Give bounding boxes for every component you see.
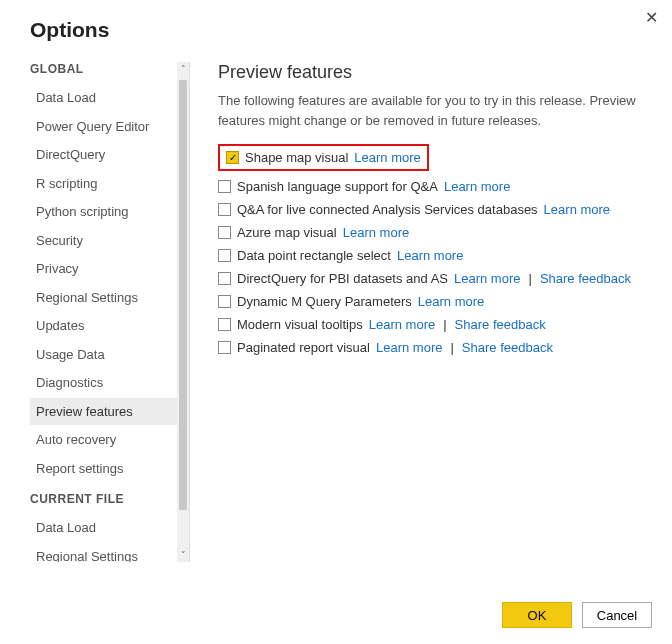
sidebar-item[interactable]: Data Load	[30, 514, 177, 542]
learn-more-link[interactable]: Learn more	[376, 340, 442, 355]
feature-label: DirectQuery for PBI datasets and AS	[237, 271, 448, 286]
sidebar-scrollbar[interactable]: ˄ ˅	[177, 62, 189, 562]
sidebar: GLOBALData LoadPower Query EditorDirectQ…	[30, 62, 177, 562]
cancel-button[interactable]: Cancel	[582, 602, 652, 628]
main-panel: Preview features The following features …	[190, 62, 652, 562]
sidebar-container: GLOBALData LoadPower Query EditorDirectQ…	[30, 62, 190, 562]
sidebar-item[interactable]: Updates	[30, 312, 177, 340]
sidebar-item[interactable]: Power Query Editor	[30, 113, 177, 141]
learn-more-link[interactable]: Learn more	[369, 317, 435, 332]
sidebar-item[interactable]: Preview features	[30, 398, 177, 426]
feature-label: Dynamic M Query Parameters	[237, 294, 412, 309]
sidebar-item[interactable]: Python scripting	[30, 198, 177, 226]
feature-label: Paginated report visual	[237, 340, 370, 355]
feature-row: Modern visual tooltipsLearn more|Share f…	[218, 313, 644, 336]
sidebar-item[interactable]: DirectQuery	[30, 141, 177, 169]
feature-checkbox[interactable]	[218, 318, 231, 331]
dialog-title: Options	[30, 18, 652, 42]
feature-label: Azure map visual	[237, 225, 337, 240]
feature-label: Shape map visual	[245, 150, 348, 165]
feature-row: Data point rectangle selectLearn more	[218, 244, 644, 267]
learn-more-link[interactable]: Learn more	[343, 225, 409, 240]
feature-row: DirectQuery for PBI datasets and ASLearn…	[218, 267, 644, 290]
learn-more-link[interactable]: Learn more	[354, 150, 420, 165]
panel-heading: Preview features	[218, 62, 644, 83]
learn-more-link[interactable]: Learn more	[454, 271, 520, 286]
feature-checkbox[interactable]: ✓	[226, 151, 239, 164]
feature-list: ✓Shape map visualLearn moreSpanish langu…	[218, 144, 644, 359]
sidebar-section-header: GLOBAL	[30, 62, 177, 76]
close-icon[interactable]: ✕	[645, 10, 658, 26]
scroll-up-icon[interactable]: ˄	[177, 62, 189, 76]
scroll-thumb[interactable]	[179, 80, 187, 510]
sidebar-item[interactable]: Security	[30, 227, 177, 255]
feature-checkbox[interactable]	[218, 180, 231, 193]
link-separator: |	[443, 317, 446, 332]
feature-label: Q&A for live connected Analysis Services…	[237, 202, 538, 217]
learn-more-link[interactable]: Learn more	[444, 179, 510, 194]
panel-intro: The following features are available for…	[218, 91, 644, 130]
sidebar-section-header: CURRENT FILE	[30, 492, 177, 506]
sidebar-item[interactable]: Report settings	[30, 455, 177, 483]
feature-label: Data point rectangle select	[237, 248, 391, 263]
share-feedback-link[interactable]: Share feedback	[540, 271, 631, 286]
link-separator: |	[528, 271, 531, 286]
feature-label: Modern visual tooltips	[237, 317, 363, 332]
ok-button[interactable]: OK	[502, 602, 572, 628]
feature-row: ✓Shape map visualLearn more	[218, 144, 429, 171]
learn-more-link[interactable]: Learn more	[397, 248, 463, 263]
feature-checkbox[interactable]	[218, 249, 231, 262]
sidebar-item[interactable]: Auto recovery	[30, 426, 177, 454]
feature-checkbox[interactable]	[218, 295, 231, 308]
sidebar-item[interactable]: Privacy	[30, 255, 177, 283]
link-separator: |	[450, 340, 453, 355]
feature-label: Spanish language support for Q&A	[237, 179, 438, 194]
feature-row: Azure map visualLearn more	[218, 221, 644, 244]
sidebar-item[interactable]: Usage Data	[30, 341, 177, 369]
feature-row: Q&A for live connected Analysis Services…	[218, 198, 644, 221]
feature-row: Spanish language support for Q&ALearn mo…	[218, 175, 644, 198]
sidebar-item[interactable]: Diagnostics	[30, 369, 177, 397]
learn-more-link[interactable]: Learn more	[418, 294, 484, 309]
share-feedback-link[interactable]: Share feedback	[455, 317, 546, 332]
share-feedback-link[interactable]: Share feedback	[462, 340, 553, 355]
feature-checkbox[interactable]	[218, 341, 231, 354]
feature-row: Paginated report visualLearn more|Share …	[218, 336, 644, 359]
feature-row: Dynamic M Query ParametersLearn more	[218, 290, 644, 313]
feature-checkbox[interactable]	[218, 203, 231, 216]
sidebar-item[interactable]: R scripting	[30, 170, 177, 198]
feature-checkbox[interactable]	[218, 272, 231, 285]
learn-more-link[interactable]: Learn more	[544, 202, 610, 217]
feature-checkbox[interactable]	[218, 226, 231, 239]
dialog-footer: OK Cancel	[502, 602, 652, 628]
sidebar-item[interactable]: Regional Settings	[30, 543, 177, 563]
scroll-down-icon[interactable]: ˅	[177, 548, 189, 562]
options-dialog: Options GLOBALData LoadPower Query Edito…	[0, 0, 672, 562]
dialog-body: GLOBALData LoadPower Query EditorDirectQ…	[30, 62, 652, 562]
sidebar-item[interactable]: Regional Settings	[30, 284, 177, 312]
sidebar-item[interactable]: Data Load	[30, 84, 177, 112]
